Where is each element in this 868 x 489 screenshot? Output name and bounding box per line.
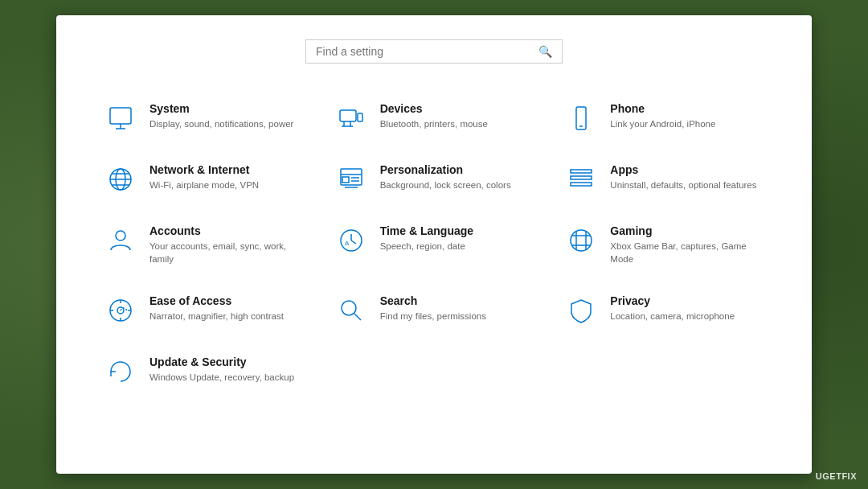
- search-container: 🔍: [88, 39, 780, 64]
- setting-title-system: System: [149, 102, 303, 115]
- setting-text-search: Search Find my files, permissions: [380, 294, 534, 323]
- setting-desc-network: Wi-Fi, airplane mode, VPN: [149, 179, 303, 191]
- system-icon: [104, 102, 137, 134]
- accounts-icon: [104, 224, 137, 257]
- setting-item-accounts[interactable]: Accounts Your accounts, email, sync, wor…: [88, 210, 319, 280]
- setting-desc-accounts: Your accounts, email, sync, work, family: [149, 240, 303, 265]
- setting-text-phone: Phone Link your Android, iPhone: [610, 102, 764, 130]
- setting-text-update: Update & Security Windows Update, recove…: [149, 355, 303, 384]
- setting-desc-personalization: Background, lock screen, colors: [380, 179, 534, 191]
- personalization-icon: [335, 163, 367, 195]
- setting-desc-search: Find my files, permissions: [380, 310, 534, 323]
- svg-point-29: [571, 230, 592, 251]
- setting-text-devices: Devices Bluetooth, printers, mouse: [380, 102, 534, 130]
- svg-rect-4: [358, 113, 362, 121]
- phone-icon: [565, 102, 597, 134]
- setting-title-phone: Phone: [610, 102, 764, 115]
- setting-item-search[interactable]: Search Find my files, permissions: [319, 280, 550, 341]
- setting-desc-phone: Link your Android, iPhone: [610, 117, 764, 130]
- setting-title-ease: Ease of Access: [149, 294, 303, 307]
- search-icon: 🔍: [538, 45, 552, 58]
- setting-item-devices[interactable]: Devices Bluetooth, printers, mouse: [319, 88, 550, 149]
- setting-item-update[interactable]: Update & Security Windows Update, recove…: [88, 341, 319, 402]
- setting-title-network: Network & Internet: [149, 163, 303, 176]
- svg-rect-22: [571, 176, 592, 179]
- search-icon: [335, 294, 367, 327]
- setting-item-system[interactable]: System Display, sound, notifications, po…: [88, 88, 319, 149]
- setting-item-phone[interactable]: Phone Link your Android, iPhone: [549, 88, 780, 149]
- svg-rect-23: [571, 183, 592, 186]
- settings-window: 🔍 System Display, sound, notifications, …: [56, 15, 812, 474]
- search-bar[interactable]: 🔍: [305, 39, 563, 64]
- setting-text-system: System Display, sound, notifications, po…: [149, 102, 303, 130]
- watermark-text: UGETFIX: [816, 471, 857, 481]
- setting-item-time[interactable]: A Time & Language Speech, region, date: [319, 210, 550, 280]
- svg-rect-21: [571, 170, 592, 173]
- setting-item-network[interactable]: Network & Internet Wi-Fi, airplane mode,…: [88, 149, 319, 210]
- setting-desc-system: Display, sound, notifications, power: [149, 117, 303, 130]
- setting-item-ease[interactable]: Ease of Access Narrator, magnifier, high…: [88, 280, 319, 341]
- network-icon: [104, 163, 137, 195]
- setting-text-privacy: Privacy Location, camera, microphone: [610, 294, 764, 323]
- privacy-icon: [565, 294, 597, 327]
- setting-text-personalization: Personalization Background, lock screen,…: [380, 163, 534, 191]
- setting-desc-update: Windows Update, recovery, backup: [149, 371, 303, 384]
- setting-desc-gaming: Xbox Game Bar, captures, Game Mode: [610, 240, 764, 265]
- setting-text-ease: Ease of Access Narrator, magnifier, high…: [149, 294, 303, 323]
- svg-point-40: [342, 301, 356, 315]
- search-input[interactable]: [316, 45, 538, 58]
- setting-item-apps[interactable]: Apps Uninstall, defaults, optional featu…: [549, 149, 780, 210]
- update-icon: [104, 355, 137, 388]
- setting-title-search: Search: [380, 294, 534, 307]
- setting-title-accounts: Accounts: [149, 224, 303, 237]
- svg-rect-3: [340, 110, 356, 121]
- setting-title-devices: Devices: [380, 102, 534, 115]
- svg-point-39: [117, 307, 124, 314]
- setting-title-time: Time & Language: [380, 224, 534, 237]
- gaming-icon: [565, 224, 597, 257]
- setting-title-gaming: Gaming: [610, 224, 764, 237]
- apps-icon: [565, 163, 597, 195]
- setting-desc-apps: Uninstall, defaults, optional features: [610, 179, 764, 191]
- setting-text-time: Time & Language Speech, region, date: [380, 224, 534, 253]
- setting-desc-ease: Narrator, magnifier, high contrast: [149, 310, 303, 323]
- svg-line-41: [354, 314, 361, 320]
- devices-icon: [335, 102, 367, 134]
- svg-point-24: [116, 231, 125, 240]
- setting-item-privacy[interactable]: Privacy Location, camera, microphone: [549, 280, 780, 341]
- setting-item-personalization[interactable]: Personalization Background, lock screen,…: [319, 149, 550, 210]
- setting-item-gaming[interactable]: Gaming Xbox Game Bar, captures, Game Mod…: [549, 210, 780, 280]
- setting-text-network: Network & Internet Wi-Fi, airplane mode,…: [149, 163, 303, 191]
- setting-desc-privacy: Location, camera, microphone: [610, 310, 764, 323]
- setting-desc-devices: Bluetooth, printers, mouse: [380, 117, 534, 130]
- setting-title-update: Update & Security: [149, 355, 303, 368]
- svg-rect-0: [110, 108, 131, 124]
- svg-line-27: [351, 240, 356, 244]
- setting-title-apps: Apps: [610, 163, 764, 176]
- setting-desc-time: Speech, region, date: [380, 240, 534, 253]
- settings-grid: System Display, sound, notifications, po…: [88, 88, 780, 402]
- ease-icon: [104, 294, 137, 327]
- setting-text-accounts: Accounts Your accounts, email, sync, wor…: [149, 224, 303, 265]
- setting-text-apps: Apps Uninstall, defaults, optional featu…: [610, 163, 764, 191]
- setting-title-privacy: Privacy: [610, 294, 764, 307]
- setting-text-gaming: Gaming Xbox Game Bar, captures, Game Mod…: [610, 224, 764, 265]
- svg-rect-17: [342, 177, 349, 183]
- setting-title-personalization: Personalization: [380, 163, 534, 176]
- time-icon: A: [335, 224, 367, 257]
- svg-text:A: A: [345, 240, 350, 247]
